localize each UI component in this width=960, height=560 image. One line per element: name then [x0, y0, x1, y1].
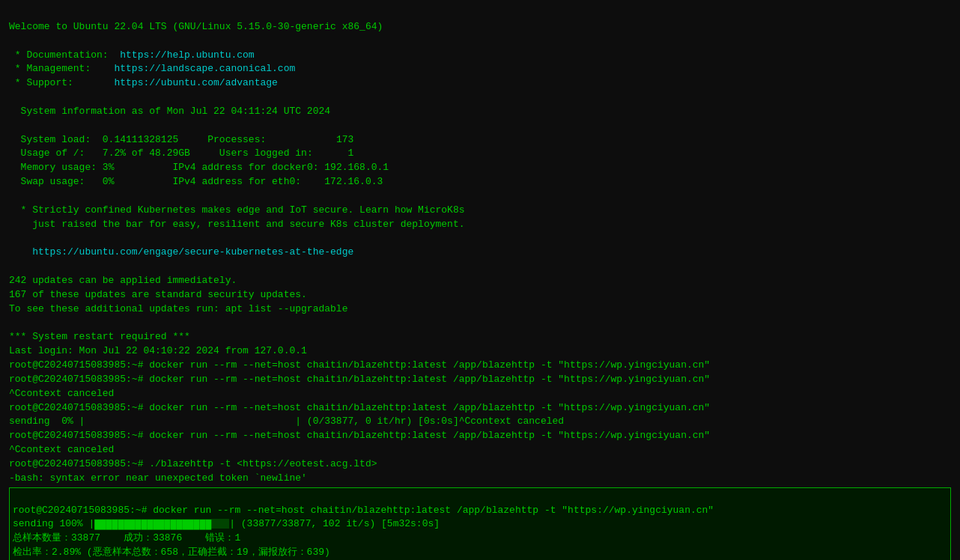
k8s-line2: just raised the bar for easy, resilient … — [9, 219, 465, 230]
support-label: * Support: — [9, 77, 73, 88]
proc-label: Processes: — [207, 134, 266, 145]
updates-line1: 242 updates can be applied immediately. — [9, 275, 237, 286]
updates-line2: 167 of these updates are standard securi… — [9, 289, 307, 300]
mem-label: Memory usage: — [9, 162, 97, 173]
cmd3: root@C20240715083985:~# docker run --rm … — [9, 402, 710, 413]
cmd6: root@C20240715083985:~# docker run --rm … — [13, 505, 714, 516]
usage-val: 7.2% of 48.29GB — [85, 147, 189, 159]
bash-error: -bash: syntax error near unexpected toke… — [9, 472, 307, 484]
support-url: https://ubuntu.com/advantage — [73, 77, 278, 88]
sending-progress1: sending 0% | | (0/33877, 0 it/hr) [0s:0s… — [9, 416, 564, 427]
cmd4: root@C20240715083985:~# docker run --rm … — [9, 430, 710, 441]
welcome-line: Welcome to Ubuntu 22.04 LTS (GNU/Linux 5… — [9, 21, 383, 32]
result-terminal: root@C20240715083985:~# docker run --rm … — [13, 490, 947, 560]
users-val: 1 — [313, 147, 354, 159]
cmd5: root@C20240715083985:~# ./blazehttp -t <… — [9, 458, 377, 469]
doc-label: * Documentation: — [9, 49, 109, 61]
mgmt-label: * Management: — [9, 63, 91, 74]
progress-bar: ████████████████████ — [94, 519, 229, 529]
cmd1: root@C20240715083985:~# docker run --rm … — [9, 359, 710, 371]
sysload-val: 0.14111328125 — [91, 134, 178, 145]
ipv4-eth-label: IPv4 address for eth0: — [114, 176, 301, 187]
terminal-window: Welcome to Ubuntu 22.04 LTS (GNU/Linux 5… — [9, 6, 951, 486]
ipv4-docker-val: 192.168.0.1 — [318, 162, 389, 173]
mgmt-url: https://landscape.canonical.com — [91, 63, 295, 74]
sending-progress2: sending 100% |████████████████████| (338… — [13, 518, 440, 529]
proc-val: 173 — [266, 134, 353, 145]
sysinfo-line: System information as of Mon Jul 22 04:1… — [9, 106, 330, 117]
result-box: root@C20240715083985:~# docker run --rm … — [9, 487, 951, 560]
restart-line: *** System restart required *** — [9, 331, 190, 342]
context-canceled1: ^Ccontext canceled — [9, 388, 114, 399]
result-line1: 总样本数量：33877 成功：33876 错误：1 — [13, 532, 240, 544]
doc-url: https://help.ubuntu.com — [109, 49, 255, 61]
cmd2: root@C20240715083985:~# docker run --rm … — [9, 374, 710, 385]
updates-line3: To see these additional updates run: apt… — [9, 303, 347, 314]
ipv4-eth-val: 172.16.0.3 — [301, 176, 383, 187]
result-line2: 检出率：2.89% (恶意样本总数：658，正确拦截：19，漏报放行：639) — [13, 547, 330, 558]
mem-val: 3% — [97, 162, 114, 173]
ipv4-docker-label: IPv4 address for docker0: — [114, 162, 318, 173]
swap-val: 0% — [85, 176, 114, 187]
lastlogin-line: Last login: Mon Jul 22 04:10:22 2024 fro… — [9, 345, 307, 356]
swap-label: Swap usage: — [9, 176, 85, 187]
k8s-line1: * Strictly confined Kubernetes makes edg… — [9, 204, 465, 216]
k8s-url: https://ubuntu.com/engage/secure-kuberne… — [9, 246, 353, 258]
users-label: Users logged in: — [207, 147, 312, 159]
usage-label: Usage of /: — [9, 147, 85, 159]
sysload-label: System load: — [9, 134, 91, 145]
context-canceled2: ^Ccontext canceled — [9, 444, 114, 455]
